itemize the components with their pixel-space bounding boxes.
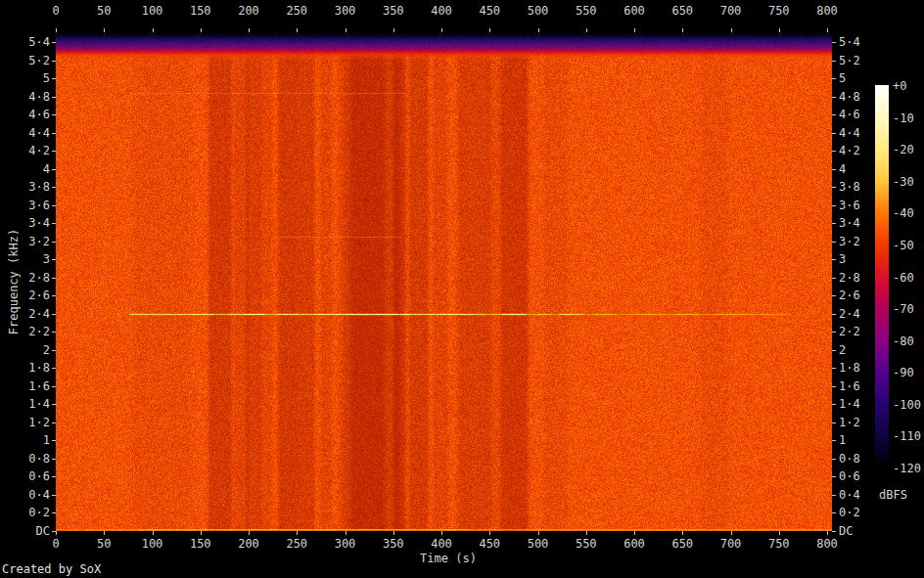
x-tick-label: 600 <box>615 4 654 18</box>
x-tick-mark <box>682 531 683 535</box>
y-tick-mark <box>832 314 836 315</box>
y-tick-label: 0·6 <box>839 469 860 483</box>
x-tick-mark <box>779 531 780 535</box>
y-tick-label: DC <box>839 524 853 538</box>
y-tick-label: 3·4 <box>0 216 50 230</box>
y-tick-mark <box>832 223 836 224</box>
y-tick-label: 3 <box>0 252 50 266</box>
y-tick-label: 0·6 <box>0 469 50 483</box>
y-tick-mark <box>832 187 836 188</box>
y-tick-label: 4 <box>0 162 50 176</box>
y-tick-label: 2 <box>0 343 50 357</box>
y-tick-mark <box>832 332 836 333</box>
y-tick-label: 2·8 <box>839 271 860 285</box>
x-tick-mark <box>538 531 539 535</box>
x-tick-mark <box>153 531 154 535</box>
y-tick-mark <box>832 495 836 496</box>
x-tick-label: 250 <box>277 4 316 18</box>
y-tick-label: 0·4 <box>839 488 860 502</box>
x-tick-mark <box>346 531 346 535</box>
y-tick-label: 1·8 <box>0 361 50 375</box>
y-tick-label: 2·6 <box>839 289 860 302</box>
x-tick-label: 500 <box>519 4 558 18</box>
colorbar-tick-label: -120 <box>893 462 921 475</box>
colorbar-tick-label: +0 <box>893 79 906 93</box>
y-tick-label: 3·8 <box>839 180 860 194</box>
x-tick-mark <box>586 531 587 535</box>
x-tick-label: 750 <box>760 537 799 551</box>
colorbar-unit-label: dBFS <box>879 488 907 502</box>
x-tick-label: 50 <box>84 537 123 551</box>
colorbar-tick-label: -50 <box>893 239 914 252</box>
x-tick-label: 500 <box>519 537 558 551</box>
y-tick-label: 4·4 <box>839 126 860 140</box>
spectrogram-canvas <box>56 32 832 531</box>
x-tick-label: 400 <box>422 4 461 18</box>
x-tick-mark <box>393 531 394 535</box>
x-tick-label: 150 <box>181 537 220 551</box>
x-tick-label: 800 <box>808 537 847 551</box>
y-tick-label: 2·4 <box>839 307 860 321</box>
y-tick-mark <box>832 97 836 98</box>
y-tick-mark <box>832 278 836 279</box>
x-tick-mark <box>297 531 298 535</box>
x-tick-label: 300 <box>326 537 365 551</box>
y-tick-label: 3·8 <box>0 180 50 194</box>
x-tick-label: 650 <box>663 537 702 551</box>
x-tick-label: 50 <box>84 4 123 18</box>
y-tick-label: 3·4 <box>839 216 860 230</box>
colorbar-tick-label: -110 <box>893 429 921 443</box>
colorbar-tick-label: -10 <box>893 111 914 125</box>
y-tick-label: 1 <box>0 433 50 447</box>
sox-spectrogram-image: Frequency (kHz) 050100150200250300350400… <box>0 0 924 578</box>
y-tick-label: 1·2 <box>0 416 50 429</box>
y-tick-mark <box>832 476 836 477</box>
colorbar-tick-label: -40 <box>893 206 914 220</box>
x-tick-label: 700 <box>712 537 751 551</box>
x-axis-title: Time (s) <box>399 552 497 565</box>
y-tick-mark <box>832 295 836 296</box>
y-tick-label: 0·8 <box>0 452 50 466</box>
x-tick-mark <box>441 531 442 535</box>
y-tick-label: 3·6 <box>0 199 50 212</box>
x-tick-mark <box>489 531 490 535</box>
y-tick-mark <box>832 151 836 152</box>
y-tick-label: 1·8 <box>839 361 860 375</box>
x-tick-label: 750 <box>760 4 799 18</box>
y-tick-mark <box>832 459 836 460</box>
y-tick-label: 5·4 <box>0 35 50 49</box>
y-tick-label: 1·6 <box>0 379 50 393</box>
y-tick-mark <box>832 368 836 369</box>
y-tick-label: 4·2 <box>839 144 860 157</box>
x-tick-label: 0 <box>36 537 75 551</box>
x-tick-label: 550 <box>567 537 606 551</box>
y-tick-label: 2·8 <box>0 271 50 285</box>
y-tick-mark <box>832 404 836 405</box>
y-tick-mark <box>832 133 836 134</box>
x-tick-label: 400 <box>422 537 461 551</box>
x-tick-label: 650 <box>663 4 702 18</box>
y-tick-label: 3 <box>839 252 846 266</box>
y-tick-mark <box>832 422 836 423</box>
y-tick-label: 0·2 <box>0 506 50 519</box>
y-tick-mark <box>832 42 836 43</box>
y-tick-label: 2·2 <box>839 325 860 338</box>
y-tick-label: DC <box>0 524 50 538</box>
y-tick-label: 4 <box>839 162 846 176</box>
x-tick-mark <box>827 531 828 535</box>
y-tick-label: 4·8 <box>0 90 50 104</box>
y-tick-label: 2·4 <box>0 307 50 321</box>
y-tick-mark <box>52 531 56 532</box>
y-tick-mark <box>832 78 836 79</box>
y-tick-mark <box>832 114 836 115</box>
x-tick-label: 300 <box>326 4 365 18</box>
y-tick-mark <box>832 259 836 260</box>
y-tick-label: 4·6 <box>0 108 50 121</box>
y-tick-label: 5 <box>0 71 50 85</box>
y-tick-label: 4·4 <box>0 126 50 140</box>
x-tick-label: 350 <box>374 537 413 551</box>
y-tick-label: 2·2 <box>0 325 50 338</box>
colorbar-tick-label: -100 <box>893 398 921 412</box>
y-tick-mark <box>832 531 836 532</box>
sox-credit: Created by SoX <box>2 562 101 576</box>
